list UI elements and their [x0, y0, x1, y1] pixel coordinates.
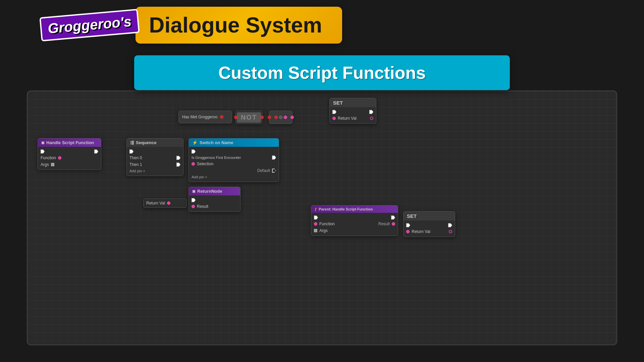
- switch-exec-row: [192, 148, 276, 155]
- seq-addpin-label: Add pin +: [129, 169, 145, 173]
- parent-function-label: Function: [319, 222, 335, 226]
- seq-then0-row: Then 0: [129, 155, 180, 161]
- return-node-title: ReturnNode: [197, 189, 222, 194]
- sequence-body: Then 0 Then 1 Add pin +: [127, 147, 183, 176]
- parent-result-label: Result: [378, 222, 390, 226]
- set-bottom-retval-out: [449, 230, 452, 233]
- switch-on-name-header: ⚡ Switch on Name: [189, 138, 279, 147]
- switch-default-label: Default: [257, 168, 270, 173]
- parent-handle-icon: ƒ: [315, 207, 317, 211]
- return-exec-in: [192, 198, 196, 202]
- handle-script-body: Function Args: [38, 147, 101, 170]
- subtitle-banner: Custom Script Functions: [134, 55, 510, 90]
- set-bottom-title: SET: [407, 213, 417, 219]
- seq-then0-pin: [176, 156, 180, 160]
- handle-script-header: ▣ Handle Script Function: [38, 138, 101, 147]
- set-top-retval-out: [370, 117, 373, 120]
- set-top-exec-out: [369, 110, 373, 114]
- switch-default-row: Default: [192, 167, 276, 174]
- parent-exec-in: [314, 216, 318, 220]
- dd-pin-out: [290, 116, 294, 119]
- parent-exec-out: [391, 216, 395, 220]
- header-area: Groggeroo's Dialogue System: [40, 7, 342, 44]
- seq-exec-in: [129, 149, 133, 154]
- sequence-title: Sequence: [136, 140, 156, 145]
- switch-selection-label: Selection: [197, 162, 213, 166]
- set-bottom-body: Return Val: [404, 221, 455, 237]
- exec-pin-out: [94, 149, 98, 154]
- return-result-dot: [192, 205, 195, 208]
- pin-exec-row: [41, 148, 98, 155]
- not-pin-in: [234, 116, 237, 119]
- parent-function-row: Function Result: [314, 221, 395, 227]
- seq-then0-label: Then 0: [129, 156, 142, 160]
- blueprint-canvas[interactable]: ▣ Handle Script Function Function Args: [27, 90, 617, 345]
- handle-script-icon: ▣: [41, 141, 44, 144]
- pin-function-dot: [58, 156, 61, 160]
- connections-layer: [28, 91, 128, 141]
- set-bottom-retval-row: Return Val: [406, 228, 452, 235]
- seq-exec-row: [129, 148, 180, 155]
- set-top-body: Return Val: [330, 107, 376, 123]
- set-top-retval-dot: [332, 117, 336, 120]
- parent-args-grid: [314, 229, 317, 232]
- pin-args-label: Args: [41, 162, 49, 167]
- parent-args-label: Args: [319, 228, 328, 233]
- switch-icon: ⚡: [192, 140, 198, 145]
- logo-badge: Groggeroo's: [39, 9, 140, 41]
- has-met-label: Has Met Groggeroo: [182, 115, 217, 119]
- switch-first-pin: [272, 156, 276, 160]
- set-top-header: SET: [330, 98, 376, 107]
- switch-addpin-label: Add pin +: [192, 175, 207, 179]
- switch-default-pin: [272, 169, 276, 173]
- has-met-node: Has Met Groggeroo: [178, 111, 232, 123]
- switch-selection-row: Selection: [192, 161, 276, 167]
- dot-dot-node: [269, 111, 292, 124]
- logo-text: Groggeroo's: [47, 13, 132, 37]
- switch-addpin-row: Add pin +: [192, 174, 276, 180]
- set-bottom-header: SET: [404, 212, 455, 221]
- sequence-header: ⇶ Sequence: [127, 138, 183, 147]
- switch-exec-in: [192, 149, 196, 154]
- parent-handle-title: Parent: Handle Script Function: [319, 207, 373, 211]
- seq-then1-row: Then 1: [129, 161, 180, 168]
- return-node: ▣ ReturnNode Result: [189, 187, 240, 212]
- exec-pin-in: [41, 149, 45, 154]
- parent-result-dot: [392, 222, 395, 226]
- set-bottom-retval-dot: [406, 230, 410, 233]
- parent-exec-row: [314, 215, 395, 221]
- pin-function-row: Function: [41, 155, 98, 161]
- set-bottom-node: SET Return Val: [403, 211, 455, 237]
- seq-addpin-row: Add pin +: [129, 168, 180, 174]
- dd-dots: [274, 116, 287, 119]
- set-top-retval-row: Return Val: [332, 115, 373, 122]
- return-result-label: Result: [197, 204, 208, 209]
- parent-handle-node: ƒ Parent: Handle Script Function Functio…: [311, 205, 398, 236]
- set-top-retval-label: Return Val: [338, 116, 357, 121]
- not-label: NOT: [241, 114, 257, 121]
- pin-function-label: Function: [41, 156, 56, 160]
- set-bottom-exec-row: [406, 222, 452, 228]
- has-met-pin: [220, 115, 223, 119]
- set-bottom-retval-label: Return Val: [412, 229, 430, 234]
- return-node-result: Result: [192, 203, 237, 210]
- return-val-input-pin: [167, 201, 170, 205]
- title-banner: Dialogue System: [136, 7, 342, 44]
- not-label-bg: NOT: [237, 112, 261, 123]
- title-text: Dialogue System: [149, 13, 322, 37]
- not-node: NOT: [235, 111, 262, 124]
- parent-handle-body: Function Result Args: [311, 213, 398, 236]
- set-top-exec-row: [332, 109, 373, 115]
- dd-pin-in: [268, 116, 271, 119]
- parent-function-dot: [314, 222, 317, 226]
- parent-args-row: Args: [314, 227, 395, 234]
- switch-title: Switch on Name: [200, 140, 233, 145]
- switch-on-name-node: ⚡ Switch on Name Is Groggeroos First Enc…: [189, 138, 279, 182]
- set-top-node: SET Return Val: [329, 98, 376, 124]
- set-bottom-exec-in: [406, 223, 410, 227]
- seq-then1-pin: [176, 163, 180, 167]
- return-node-icon: ▣: [192, 189, 195, 193]
- return-node-header: ▣ ReturnNode: [189, 187, 240, 195]
- pin-args-row: Args: [41, 161, 98, 168]
- sequence-icon: ⇶: [130, 140, 134, 145]
